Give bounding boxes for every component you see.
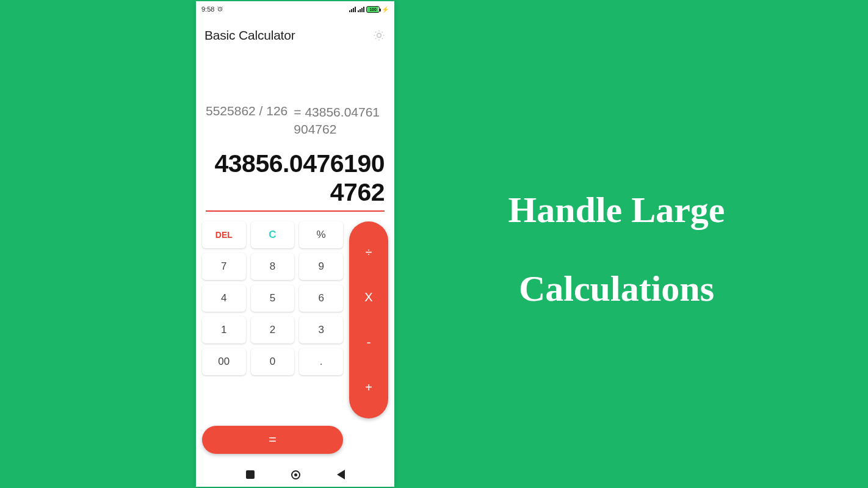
phone-frame: 9:58 100 ⚡ Basic Calculator 5525862 / 12… <box>196 1 394 487</box>
expression-input: 5525862 / 126 <box>206 104 288 118</box>
digit-4-button[interactable]: 4 <box>202 285 246 312</box>
svg-point-1 <box>377 34 382 38</box>
alarm-icon <box>217 5 223 13</box>
digit-9-button[interactable]: 9 <box>299 253 343 280</box>
plus-button[interactable]: + <box>349 381 388 395</box>
digit-7-button[interactable]: 7 <box>202 253 246 280</box>
theme-toggle-icon[interactable] <box>372 29 386 42</box>
digit-1-button[interactable]: 1 <box>202 317 246 343</box>
status-time: 9:58 <box>201 5 214 13</box>
promo-headline: Handle Large Calculations <box>427 171 806 328</box>
signal-icon <box>349 6 356 12</box>
home-icon[interactable] <box>291 470 300 479</box>
operator-column: ÷ X - + <box>349 221 388 418</box>
display-area: 5525862 / 126 = 43856.04761904762 43856.… <box>196 54 394 207</box>
result-display: 43856.04761904762 <box>206 149 385 207</box>
digit-00-button[interactable]: 00 <box>202 348 246 375</box>
back-icon[interactable] <box>337 470 345 479</box>
status-bar: 9:58 100 ⚡ <box>196 1 394 17</box>
equals-button[interactable]: = <box>202 426 343 454</box>
divide-button[interactable]: ÷ <box>349 245 388 259</box>
multiply-button[interactable]: X <box>349 290 388 304</box>
battery-icon: 100 <box>366 6 380 13</box>
charging-icon: ⚡ <box>382 6 389 13</box>
expression-result-preview: = 43856.04761904762 <box>294 104 385 138</box>
delete-button[interactable]: DEL <box>202 221 246 248</box>
digit-5-button[interactable]: 5 <box>251 285 295 312</box>
android-nav-bar <box>196 462 394 487</box>
digit-0-button[interactable]: 0 <box>251 348 295 375</box>
decimal-button[interactable]: . <box>299 348 343 375</box>
clear-button[interactable]: C <box>251 221 295 248</box>
digit-3-button[interactable]: 3 <box>299 317 343 343</box>
percent-button[interactable]: % <box>299 221 343 248</box>
keypad: DEL C % 7 8 9 4 5 6 1 2 3 00 0 . <box>196 212 394 426</box>
app-bar: Basic Calculator <box>196 17 394 54</box>
digit-8-button[interactable]: 8 <box>251 253 295 280</box>
app-title: Basic Calculator <box>204 28 295 43</box>
recent-apps-icon[interactable] <box>246 470 255 479</box>
expression-row: 5525862 / 126 = 43856.04761904762 <box>206 104 385 138</box>
digit-2-button[interactable]: 2 <box>251 317 295 343</box>
digit-6-button[interactable]: 6 <box>299 285 343 312</box>
minus-button[interactable]: - <box>349 336 388 350</box>
signal-icon-2 <box>358 6 364 12</box>
